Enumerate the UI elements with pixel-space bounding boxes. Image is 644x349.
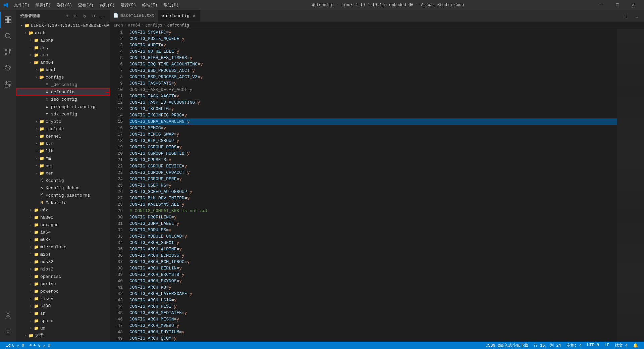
status-git-text: 0 △ 0 [12,343,24,348]
code-line-43: CONFIG_ARCH_LG1K=y [129,297,617,303]
menu-edit[interactable]: 编辑(E) [33,2,54,9]
kconfig-label: Kconfig [46,178,64,183]
code-line-34: CONFIG_ARCH_SUNXI=y [129,240,617,246]
minimize-button[interactable]: ─ [594,0,610,10]
sidebar-item-net[interactable]: › 📁 net [16,162,110,169]
sidebar-item-xen[interactable]: › 📁 xen [16,169,110,177]
arm64-label: arm64 [40,60,53,65]
menu-help[interactable]: 帮助(H) [161,2,181,9]
tab-defconfig[interactable]: ⚙ defconfig ✕ [158,10,200,21]
code-line-46: CONFIG_ARCH_MESON=y [129,316,617,322]
sidebar-item-ia64[interactable]: › 📁 ia64 [16,229,110,236]
code-line-45: CONFIG_ARCH_MEDIATEK=y [129,310,617,316]
sidebar-item-preempt-rt[interactable]: ⚙ preempt-rt.config [16,103,110,110]
menu-selection[interactable]: 选择(S) [54,2,75,9]
sidebar-item-arm64[interactable]: ▾ 📂 arm64 [16,59,110,66]
sidebar-item-makefile[interactable]: M Makefile [16,199,110,206]
menu-run[interactable]: 运行(R) [118,2,139,9]
code-line-31: CONFIG_JUMP_LABEL=y [129,220,617,227]
activity-source-control[interactable] [0,44,16,60]
status-errors[interactable]: ⊗ ⊗ 0 △ 0 [27,342,53,349]
sidebar-item-microblaze[interactable]: › 📁 microblaze [16,243,110,251]
status-encoding[interactable]: UTF-8 [584,342,602,349]
status-bell[interactable]: 🔔 [630,342,641,349]
refresh-button[interactable]: ↻ [81,12,89,20]
breadcrumb-arm64[interactable]: arm64 [128,23,140,28]
menu-terminal[interactable]: 终端(T) [140,2,160,9]
sidebar-item-crypto[interactable]: › 📁 crypto [16,118,110,125]
close-button[interactable]: ✕ [625,0,641,10]
sidebar-item-openrisc[interactable]: › 📁 openrisc [16,273,110,280]
sidebar-item-kvm[interactable]: › 📁 kvm [16,140,110,147]
sidebar-item-include[interactable]: › 📁 include [16,125,110,133]
tab-close-button[interactable]: ✕ [192,13,197,18]
sidebar-item-riscv[interactable]: › 📁 riscv [16,295,110,302]
status-language[interactable]: 找文 4 [612,342,630,349]
menu-file[interactable]: 文件(F) [11,2,32,9]
sidebar-item-hexagon[interactable]: › 📁 hexagon [16,221,110,229]
new-folder-button[interactable]: ⊞ [72,12,80,20]
sidebar-item-defconfig[interactable]: ≡ defconfig [16,88,110,96]
status-git[interactable]: ⎇ 0 △ 0 [3,342,27,349]
breadcrumb-configs[interactable]: configs [145,23,162,28]
more-tabs-button[interactable]: … [632,12,641,21]
split-editor-button[interactable]: ⊞ [621,12,631,21]
sidebar-item-configs[interactable]: ▾ 📂 configs [16,73,110,81]
sidebar-item-powerpc[interactable]: › 📁 powerpc [16,288,110,295]
sidebar-item-sparc[interactable]: › 📁 sparc [16,317,110,325]
sidebar-item-bigfolder[interactable]: › 📁 大类 [16,332,110,339]
new-file-button[interactable]: + [64,12,71,20]
sidebar-item-s390[interactable]: › 📁 s390 [16,302,110,310]
sidebar-item-alpha[interactable]: › 📁 alpha [16,37,110,44]
sidebar-item-iso-config[interactable]: ⚙ iso.config [16,96,110,103]
code-editor[interactable]: CONFIG_SYSVIPC=yCONFIG_POSIX_MQUEUE=yCON… [127,29,617,342]
arrow-icon [34,200,39,205]
sidebar-item-boot[interactable]: › 📁 boot [16,66,110,73]
breadcrumb-arch[interactable]: arch [113,23,123,28]
status-csdn[interactable]: CSDN @嵌入式小妖下载 [483,342,531,349]
tab-makefiles[interactable]: 📄 makefiles.txt [110,10,158,21]
more-options-button[interactable]: … [99,12,106,20]
sidebar-item-parisc[interactable]: › 📁 parisc [16,280,110,288]
sidebar-item-arch[interactable]: ▾ 📂 arch [16,29,110,37]
code-line-6: CONFIG_IRQ_TIME_ACCOUNTING=y [129,61,617,67]
sidebar-item-m68k[interactable]: › 📁 m68k [16,236,110,243]
sidebar-item-h8300[interactable]: › 📁 h8300 [16,214,110,221]
menu-view[interactable]: 查看(V) [75,2,96,9]
sidebar-item-kernel[interactable]: › 📁 kernel [16,133,110,140]
activity-account[interactable] [0,308,16,324]
maximize-button[interactable]: □ [610,0,625,10]
sidebar-item-nios2[interactable]: › 📁 nios2 [16,265,110,273]
activity-search[interactable] [0,28,16,44]
activity-debug[interactable] [0,60,16,76]
status-spaces[interactable]: 空格: 4 [564,342,585,349]
sidebar-item-arc[interactable]: › 📁 arc [16,44,110,51]
sidebar-item-sdk-config[interactable]: ⚙ sdk.config [16,110,110,118]
configs-label: configs [46,75,64,80]
sidebar-item-lib[interactable]: › 📁 lib [16,147,110,155]
sidebar-item-kconfig-debug[interactable]: K Kconfig.debug [16,184,110,192]
activity-extensions[interactable] [0,76,16,92]
sidebar-item-um[interactable]: › 📁 um [16,325,110,332]
sidebar-item-mips[interactable]: › 📁 mips [16,251,110,258]
sidebar-item-kconfig-platforms[interactable]: K Kconfig.platforms [16,192,110,199]
sidebar-item-_defconfig[interactable]: ≡ _defconfig [16,81,110,88]
status-line-col[interactable]: 行 15, 列 24 [531,342,564,349]
breadcrumb-defconfig[interactable]: defconfig [167,23,189,28]
sidebar-item-sh[interactable]: › 📁 sh [16,310,110,317]
activity-explorer[interactable] [0,12,16,28]
folder-icon: 📁 [34,244,39,250]
sidebar-item-kconfig[interactable]: K Kconfig [16,177,110,184]
sidebar-item-nds32[interactable]: › 📁 nds32 [16,258,110,265]
tree-root[interactable]: ▾ 📁 LINUX-4.19-4.19.115-EMBEDED-GA [16,22,110,29]
status-line-ending[interactable]: LF [602,342,612,349]
collapse-all-button[interactable]: ⊟ [90,12,97,20]
activity-settings[interactable] [0,324,16,340]
sidebar-item-arm[interactable]: › 📁 arm [16,51,110,59]
menu-goto[interactable]: 转到(G) [97,2,117,9]
folder-icon: 📁 [34,45,39,50]
sidebar-item-c6x[interactable]: › 📁 c6x [16,206,110,214]
folder-icon: 📁 [39,134,44,139]
sidebar-item-mm[interactable]: › 📁 mm [16,155,110,162]
h8300-label: h8300 [40,215,53,220]
